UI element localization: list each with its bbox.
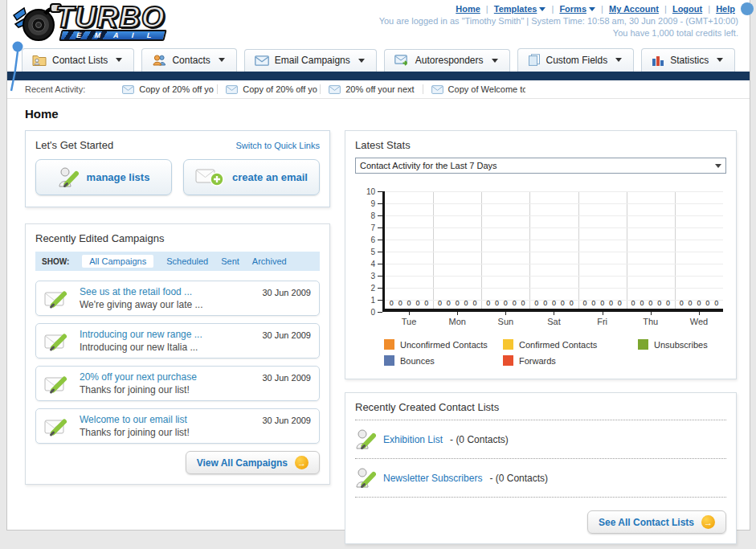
chart-value-label: 0 <box>618 299 622 307</box>
stats-period-select[interactable]: Contact Activity for the Last 7 Days <box>355 158 726 174</box>
campaign-row[interactable]: 20% off your next purchaseThanks for joi… <box>35 366 320 401</box>
arrow-right-icon: → <box>701 515 715 529</box>
logo-word-turbo: TURBO <box>55 4 166 31</box>
tab-email-campaigns[interactable]: Email Campaigns <box>244 49 377 72</box>
campaign-title-link[interactable]: See us at the retail food ... <box>80 286 254 297</box>
recent-activity-item[interactable]: 20% off your next <box>320 84 422 94</box>
chart-y-axis: 012345678910 <box>358 191 382 312</box>
x-axis-label: Sat <box>529 312 578 326</box>
campaign-text: Welcome to our email listThanks for join… <box>80 414 254 438</box>
recent-activity-item-label: Copy of 20% off yo <box>139 84 214 94</box>
chevron-down-icon <box>116 58 122 62</box>
recent-activity-bar: Recent Activity: Copy of 20% off yoCopy … <box>7 80 750 99</box>
chart-value-label: 0 <box>582 299 586 307</box>
chart-value-labels: 00000 <box>529 299 578 307</box>
recent-activity-item[interactable]: Copy of Welcome to <box>423 84 525 94</box>
chart-value-labels: 00000 <box>385 299 433 307</box>
get-started-card: Let's Get Started Switch to Quick Links … <box>25 130 330 207</box>
chevron-down-icon <box>715 164 721 168</box>
chart-value-label: 0 <box>697 299 701 307</box>
nav-link-label: Help <box>716 4 735 14</box>
nav-link-templates[interactable]: Templates <box>494 4 546 14</box>
logo-banner: E M A I L <box>59 30 166 41</box>
filter-archived[interactable]: Archived <box>252 256 287 266</box>
chart-value-label: 0 <box>705 299 709 307</box>
chart-value-label: 0 <box>407 299 411 307</box>
chart-value-label: 0 <box>456 299 460 307</box>
legend-swatch <box>638 339 648 350</box>
tab-statistics[interactable]: Statistics <box>641 48 735 72</box>
contact-lists-card: Recently Created Contact Lists Exhibitio… <box>345 392 737 544</box>
legend-label: Bounces <box>400 356 435 366</box>
nav-separator: | <box>484 4 491 14</box>
header-dot-decoration <box>741 2 754 15</box>
stats-period-value: Contact Activity for the Last 7 Days <box>360 161 497 170</box>
campaign-date: 30 Jun 2009 <box>262 288 311 297</box>
create-an-email-button[interactable]: create an email <box>183 159 320 195</box>
nav-link-forms[interactable]: Forms <box>559 4 595 14</box>
chart-value-label: 0 <box>714 299 718 307</box>
chart-day-group: 00000 <box>385 191 433 309</box>
see-all-contact-lists-button[interactable]: See All Contact Lists → <box>587 510 726 534</box>
campaign-text: Introducing our new range ...Introducing… <box>80 329 254 353</box>
filter-all-campaigns[interactable]: All Campaigns <box>82 255 153 268</box>
recent-activity-item[interactable]: Copy of 20% off yo <box>217 84 320 94</box>
campaign-row[interactable]: Welcome to our email listThanks for join… <box>35 408 320 444</box>
contact-list-row[interactable]: Exhibition List- (0 Contacts) <box>355 427 726 452</box>
switch-quick-links-link[interactable]: Switch to Quick Links <box>235 141 320 150</box>
filter-scheduled[interactable]: Scheduled <box>166 256 208 266</box>
tab-label: Email Campaigns <box>275 55 350 66</box>
x-axis-label: Fri <box>578 312 627 326</box>
tab-custom-fields[interactable]: Custom Fields <box>517 48 635 72</box>
contact-list-row[interactable]: Newsletter Subscribers- (0 Contacts) <box>355 465 726 490</box>
get-started-title: Let's Get Started <box>35 139 113 151</box>
gs-button-label: create an email <box>232 171 308 183</box>
y-axis-tick-label: 1 <box>370 296 375 305</box>
campaign-title-link[interactable]: Welcome to our email list <box>80 414 254 425</box>
main-nav-tabs: Contact ListsContactsEmail CampaignsAuto… <box>7 47 750 72</box>
campaign-row[interactable]: See us at the retail food ...We're givin… <box>35 281 320 316</box>
nav-link-logout[interactable]: Logout <box>672 4 702 14</box>
contact-list-name-link[interactable]: Exhibition List <box>383 434 443 445</box>
legend-swatch <box>384 355 394 366</box>
campaign-title-link[interactable]: Introducing our new range ... <box>80 329 254 340</box>
y-axis-tick-label: 7 <box>370 223 375 232</box>
logged-in-text: You are logged in as "Timothy Smith" | S… <box>379 16 738 26</box>
nav-separator: | <box>599 4 606 14</box>
campaign-row[interactable]: Introducing our new range ...Introducing… <box>35 323 320 358</box>
nav-link-label: Logout <box>672 4 702 14</box>
header: TURBO E M A I L Home | Templates | Forms… <box>7 0 750 47</box>
dotted-separator <box>355 497 726 498</box>
campaign-date: 30 Jun 2009 <box>262 416 311 425</box>
legend-swatch <box>384 339 394 350</box>
chart-value-label: 0 <box>415 299 419 307</box>
legend-item: Bounces <box>384 355 503 366</box>
envelope-small-icon <box>329 85 341 94</box>
contact-list-name-link[interactable]: Newsletter Subscribers <box>383 473 482 484</box>
chart-plot-area: 00000000000000000000000000000000000 <box>382 191 723 312</box>
chart-value-label: 0 <box>561 299 565 307</box>
manage-lists-button[interactable]: manage lists <box>35 159 172 195</box>
envelope-small-icon <box>431 85 443 94</box>
campaign-filter-bar: SHOW: All CampaignsScheduledSentArchived <box>35 252 320 271</box>
chart-value-label: 0 <box>631 299 635 307</box>
chevron-down-icon <box>539 7 546 11</box>
nav-link-help[interactable]: Help <box>716 4 735 14</box>
tab-contacts[interactable]: Contacts <box>141 48 236 72</box>
campaign-title-link[interactable]: 20% off your next purchase <box>80 371 254 383</box>
nav-link-label: My Account <box>609 4 659 14</box>
campaign-subtitle: Introducing our new Italia ... <box>80 342 254 353</box>
filter-sent[interactable]: Sent <box>221 256 239 266</box>
nav-separator: | <box>705 4 713 14</box>
nav-link-home[interactable]: Home <box>456 4 480 14</box>
tab-autoresponders[interactable]: Autoresponders <box>384 49 510 72</box>
credits-text: You have 1,000 total credits left. <box>379 28 738 38</box>
tab-label: Contacts <box>172 55 210 66</box>
tab-label: Custom Fields <box>546 55 608 66</box>
see-all-contact-lists-label: See All Contact Lists <box>599 517 694 528</box>
chart-value-label: 0 <box>648 299 652 307</box>
recent-activity-item[interactable]: Copy of 20% off yo <box>114 84 217 94</box>
view-all-campaigns-button[interactable]: View All Campaigns → <box>186 451 320 474</box>
nav-link-my-account[interactable]: My Account <box>609 4 659 14</box>
tab-contact-lists[interactable]: Contact Lists <box>22 48 134 72</box>
